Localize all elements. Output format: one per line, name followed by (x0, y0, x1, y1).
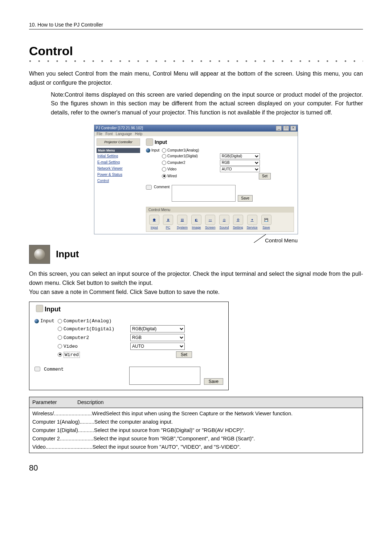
input-icon (36, 305, 43, 312)
system-icon: ▥ (177, 215, 187, 225)
panel-title: Input (45, 306, 223, 313)
sidebar-item-network[interactable]: Network Viewer (97, 165, 140, 171)
comment-label: Comment (154, 185, 170, 189)
radio-video[interactable] (162, 167, 166, 171)
input-heading: Input (56, 249, 79, 260)
sidebar-item-control[interactable]: Control (97, 178, 140, 184)
page-number: 80 (29, 463, 363, 473)
service-icon: ✦ (247, 215, 257, 225)
radio-comp1d[interactable] (58, 327, 62, 331)
window-buttons: _ □ × (275, 126, 296, 131)
select-comp1d[interactable]: RGB(Digital) (130, 325, 185, 332)
radio-label: Computer1(Digital) (64, 326, 114, 332)
control-menu-callout: Control Menu (29, 237, 298, 243)
select-comp2[interactable]: RGB (130, 334, 185, 341)
parameter-table: Parameter Description Wireless/.........… (29, 397, 363, 453)
select-video[interactable]: AUTO (130, 343, 185, 350)
input-label: Input (40, 318, 54, 324)
close-icon[interactable]: × (290, 126, 296, 131)
radio-wired[interactable] (58, 352, 62, 357)
table-row: Video................................Sel… (32, 443, 360, 451)
intro-paragraph: When you select Control from the main me… (29, 69, 363, 88)
radio-comp2[interactable] (58, 335, 62, 340)
cm-pc[interactable]: 🖥PC (163, 215, 173, 229)
comment-icon (34, 367, 40, 371)
sidebar: Projector Controller Main Menu Initial S… (94, 136, 142, 234)
input-label: Input (151, 148, 159, 152)
save-icon: 💾 (261, 215, 271, 225)
input-icon: ⬣ (149, 215, 159, 225)
table-header-parameter: Parameter (32, 399, 76, 406)
menu-help[interactable]: Help (135, 132, 143, 136)
menu-file[interactable]: File (97, 132, 102, 136)
table-header-description: Description (77, 399, 104, 405)
select-video[interactable]: AUTO (220, 166, 260, 172)
minimize-icon[interactable]: _ (276, 126, 282, 131)
radio-label: Wired (64, 352, 80, 358)
comment-textarea[interactable] (172, 185, 236, 202)
input-icon (146, 138, 153, 146)
set-button[interactable]: Set (176, 351, 192, 358)
save-button[interactable]: Save (204, 378, 223, 385)
radio-video[interactable] (58, 344, 62, 348)
cm-service[interactable]: ✦Service (247, 215, 258, 229)
save-button[interactable]: Save (238, 195, 253, 202)
sidebar-item-initial[interactable]: Initial Setting (97, 153, 140, 159)
select-comp2[interactable]: RGB (220, 160, 260, 166)
cm-sound[interactable]: ◎Sound (219, 215, 229, 229)
input-panel: Input Input Computer1(Analog) Computer1(… (29, 302, 229, 390)
input-description: On this screen, you can select an input … (29, 270, 363, 296)
sidebar-item-power[interactable]: Power & Status (97, 171, 140, 178)
cm-save[interactable]: 💾Save (261, 215, 271, 229)
image-icon: ◐ (191, 215, 201, 225)
chapter-header: 10. How to Use the PJ Controller (29, 22, 363, 29)
control-menu: Control Menu ⬣Input 🖥PC ▥System ◐Image ▭… (146, 207, 294, 232)
pane-title: Input (155, 139, 294, 145)
radio-label: Computer1(Digital) (167, 154, 198, 158)
sound-icon: ◎ (219, 215, 229, 225)
sidebar-item-email[interactable]: E-mail Setting (97, 159, 140, 165)
window-menubar: File Font Language Help (94, 132, 298, 136)
pc-icon: 🖥 (163, 215, 173, 225)
table-row: Computer 1(Digital)...........Select the… (32, 426, 360, 435)
note-paragraph: Note:Control items displayed on this scr… (29, 90, 363, 117)
radio-label: Computer2 (167, 161, 185, 165)
cm-setting[interactable]: ⚙Setting (233, 215, 243, 229)
select-comp1d[interactable]: RGB(Digital) (220, 153, 260, 159)
cm-input[interactable]: ⬣Input (149, 215, 159, 229)
radio-label: Computer1(Analog) (167, 148, 199, 152)
section-title: Control (29, 44, 363, 58)
radio-label: Video (64, 344, 78, 349)
window-title: PJ Controller [172.21.96.102] (96, 126, 143, 130)
table-row: Wireless/..........................Wired… (32, 409, 360, 418)
sidebar-header: Main Menu (97, 148, 140, 153)
menu-font[interactable]: Font (105, 132, 113, 136)
cm-system[interactable]: ▥System (177, 215, 188, 229)
comment-textarea[interactable] (129, 367, 200, 385)
menu-language[interactable]: Language (116, 132, 132, 136)
maximize-icon[interactable]: □ (283, 126, 289, 131)
globe-icon (34, 319, 39, 323)
setting-icon: ⚙ (233, 215, 243, 225)
radio-label: Wired (167, 174, 177, 178)
radio-wired[interactable] (162, 174, 166, 178)
radio-comp1d[interactable] (162, 154, 166, 158)
radio-comp2[interactable] (162, 161, 166, 165)
set-button[interactable]: Set (259, 173, 271, 179)
pj-controller-window: PJ Controller [172.21.96.102] _ □ × File… (94, 125, 298, 234)
comment-icon (146, 185, 152, 190)
cm-screen[interactable]: ▭Screen (205, 215, 216, 229)
control-menu-header: Control Menu (146, 207, 294, 213)
comment-label: Comment (44, 367, 64, 372)
input-section-icon (29, 245, 50, 264)
window-titlebar: PJ Controller [172.21.96.102] _ □ × (94, 125, 298, 132)
radio-label: Computer2 (64, 335, 89, 340)
cm-image[interactable]: ◐Image (191, 215, 201, 229)
divider-dots: ● ● ● ● ● ● ● ● ● ● ● ● ● ● ● ● ● ● ● ● … (29, 59, 363, 63)
screen-icon: ▭ (205, 215, 215, 225)
radio-comp1a[interactable] (162, 148, 166, 153)
sidebar-logo: Projector Controller (97, 138, 140, 146)
radio-comp1a[interactable] (58, 319, 62, 323)
main-pane: Input Input Computer1(Analog) Computer1(… (142, 136, 298, 234)
globe-icon (146, 148, 150, 153)
